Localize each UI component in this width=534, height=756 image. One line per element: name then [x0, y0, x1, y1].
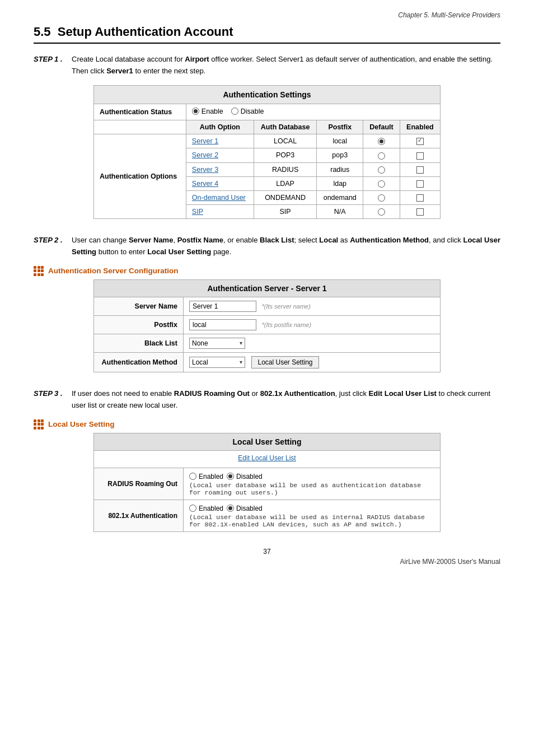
- 8021x-disabled-label: Disabled: [236, 503, 263, 514]
- 8021x-enabled-radio[interactable]: Enabled: [189, 503, 223, 514]
- server2-default[interactable]: [363, 148, 400, 162]
- sip-enabled[interactable]: [400, 205, 440, 219]
- auth-settings-table: Authentication Settings Authentication S…: [93, 85, 441, 220]
- enable-radio[interactable]: Enable: [192, 108, 223, 115]
- ondemand-postfix: ondemand: [317, 190, 363, 204]
- step3-block: STEP 3 . If user does not need to enable…: [34, 388, 500, 532]
- server1-link[interactable]: Server 1: [186, 134, 254, 148]
- step1-body: Create Local database account for Airpor…: [72, 54, 500, 77]
- server3-postfix: radius: [317, 162, 363, 176]
- server1-default[interactable]: [363, 134, 400, 148]
- ondemand-link[interactable]: On-demand User: [186, 190, 254, 204]
- auth-options-label-cell: [94, 120, 186, 134]
- 8021x-enabled-icon: [189, 505, 196, 512]
- radius-roaming-desc: (Local user database will be used as aut…: [189, 482, 434, 496]
- auth-table-title: Authentication Settings: [94, 85, 441, 104]
- step1-label: STEP 1 .: [34, 54, 67, 77]
- server4-enabled[interactable]: [400, 176, 440, 190]
- chapter-reference: Chapter 5. Multi-Service Providers: [34, 11, 500, 19]
- postfix-input[interactable]: local: [189, 319, 256, 330]
- server3-enabled[interactable]: [400, 162, 440, 176]
- step2-text: STEP 2 . User can change Server Name, Po…: [34, 235, 500, 258]
- radius-roaming-cell: Enabled Disabled (Local user database wi…: [184, 468, 441, 500]
- server3-link[interactable]: Server 3: [186, 162, 254, 176]
- auth-options-label: Authentication Options: [94, 134, 186, 219]
- radius-enabled-icon: [189, 473, 196, 480]
- blacklist-value: None: [192, 339, 208, 347]
- server2-database: POP3: [254, 148, 316, 162]
- local-user-table-title: Local User Setting: [94, 433, 441, 450]
- sip-link[interactable]: SIP: [186, 205, 254, 219]
- 8021x-enabled-label: Enabled: [199, 503, 223, 514]
- col-auth-database: Auth Database: [254, 120, 316, 134]
- auth-status-options: Enable Disable: [186, 104, 440, 120]
- radius-disabled-label: Disabled: [236, 472, 263, 482]
- table-row: Postfix local *(Its postfix name): [94, 315, 441, 334]
- section-title: 5.5 Setup Authentication Account: [34, 25, 500, 44]
- table-row: Server Name Server 1 *(Its server name): [94, 297, 441, 315]
- radius-enabled-label: Enabled: [199, 472, 223, 482]
- table-row: Edit Local User List: [94, 450, 441, 468]
- radius-roaming-options: Enabled Disabled: [189, 472, 434, 482]
- radius-disabled-radio[interactable]: Disabled: [227, 472, 263, 482]
- blacklist-arrow-icon: ▾: [240, 340, 242, 346]
- step1-text: STEP 1 . Create Local database account f…: [34, 54, 500, 77]
- radius-enabled-radio[interactable]: Enabled: [189, 472, 223, 482]
- local-user-setting-table: Local User Setting Edit Local User List …: [93, 433, 441, 532]
- 8021x-disabled-icon: [227, 505, 234, 512]
- server4-link[interactable]: Server 4: [186, 176, 254, 190]
- table-row: Authentication Options Server 1 LOCAL lo…: [94, 134, 441, 148]
- server-name-cell: Server 1 *(Its server name): [184, 297, 441, 315]
- local-user-setting-wrap: Local User Setting Edit Local User List …: [93, 433, 441, 532]
- brand-text: AirLive MW-2000S User's Manual: [34, 558, 500, 566]
- auth-method-label: Authentication Method: [94, 352, 184, 372]
- auth-server-config-wrap: Authentication Server - Server 1 Server …: [93, 279, 441, 372]
- server3-default[interactable]: [363, 162, 400, 176]
- sip-database: SIP: [254, 205, 316, 219]
- blacklist-select[interactable]: None ▾: [189, 338, 245, 349]
- 8021x-desc: (Local user database will be used as int…: [189, 514, 434, 528]
- page-number: 37: [34, 548, 500, 556]
- ondemand-enabled[interactable]: [400, 190, 440, 204]
- step3-text: STEP 3 . If user does not need to enable…: [34, 388, 500, 412]
- auth-status-label: Authentication Status: [94, 104, 186, 120]
- enable-label: Enable: [202, 108, 223, 115]
- auth-server-section-title: Authentication Server Configuration: [48, 267, 179, 275]
- server-name-label: Server Name: [94, 297, 184, 315]
- 8021x-options: Enabled Disabled: [189, 503, 434, 514]
- enable-radio-icon: [192, 108, 199, 115]
- step2-block: STEP 2 . User can change Server Name, Po…: [34, 235, 500, 372]
- local-user-setting-button[interactable]: Local User Setting: [251, 356, 318, 368]
- table-row: Black List None ▾: [94, 334, 441, 352]
- server3-database: RADIUS: [254, 162, 316, 176]
- server2-enabled[interactable]: [400, 148, 440, 162]
- server1-enabled[interactable]: [400, 134, 440, 148]
- disable-radio[interactable]: Disable: [231, 108, 264, 115]
- blacklist-label: Black List: [94, 334, 184, 352]
- 8021x-label: 802.1x Authentication: [94, 500, 184, 531]
- auth-server-config-table: Authentication Server - Server 1 Server …: [93, 279, 441, 372]
- server1-database: LOCAL: [254, 134, 316, 148]
- server2-link[interactable]: Server 2: [186, 148, 254, 162]
- sip-default[interactable]: [363, 205, 400, 219]
- grid-icon2: [34, 419, 44, 430]
- server1-postfix: local: [317, 134, 363, 148]
- server4-postfix: ldap: [317, 176, 363, 190]
- table-row: RADIUS Roaming Out Enabled Disabled: [94, 468, 441, 500]
- grid-icon: [34, 266, 44, 276]
- step3-label: STEP 3 .: [34, 388, 67, 412]
- sip-postfix: N/A: [317, 205, 363, 219]
- disable-label: Disable: [241, 108, 264, 115]
- server4-default[interactable]: [363, 176, 400, 190]
- blacklist-cell: None ▾: [184, 334, 441, 352]
- col-auth-option: Auth Option: [186, 120, 254, 134]
- auth-method-select[interactable]: Local ▾: [189, 357, 245, 368]
- 8021x-disabled-radio[interactable]: Disabled: [227, 503, 263, 514]
- edit-link-cell: Edit Local User List: [94, 450, 441, 468]
- auth-settings-wrap: Authentication Settings Authentication S…: [93, 85, 441, 220]
- server-name-hint: *(Its server name): [261, 303, 310, 310]
- server-name-input[interactable]: Server 1: [189, 301, 256, 312]
- edit-local-user-list-link[interactable]: Edit Local User List: [100, 454, 434, 462]
- disable-radio-icon: [231, 108, 238, 115]
- ondemand-default[interactable]: [363, 190, 400, 204]
